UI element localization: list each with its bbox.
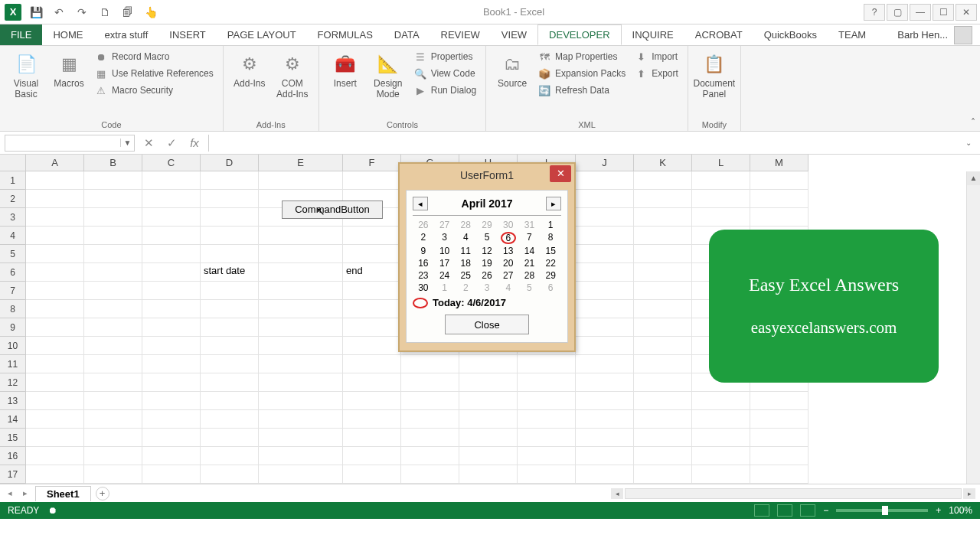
cancel-button[interactable]: ✕: [139, 135, 158, 152]
cell[interactable]: [634, 337, 692, 355]
import-button[interactable]: ⬇Import: [632, 49, 681, 64]
scroll-right-icon[interactable]: ▸: [963, 488, 975, 499]
cell[interactable]: [201, 300, 259, 318]
tab-developer[interactable]: DEVELOPER: [537, 24, 621, 45]
cell[interactable]: [26, 263, 84, 282]
calendar-day[interactable]: 19: [476, 257, 498, 269]
calendar-day[interactable]: 13: [498, 245, 519, 257]
cell[interactable]: [84, 429, 142, 447]
cell[interactable]: [692, 392, 750, 410]
document-panel-button[interactable]: 📋Document Panel: [694, 49, 734, 119]
cell[interactable]: [26, 227, 84, 245]
collapse-ribbon-icon[interactable]: ˄: [971, 117, 975, 128]
col-header[interactable]: B: [84, 155, 142, 171]
name-box[interactable]: ▼: [5, 135, 135, 152]
calendar-day[interactable]: 4: [498, 282, 519, 294]
source-button[interactable]: 🗂Source: [492, 49, 532, 119]
cell[interactable]: [201, 227, 259, 245]
cell[interactable]: [692, 171, 750, 190]
cell[interactable]: [26, 190, 84, 208]
macros-button[interactable]: ▦Macros: [49, 49, 89, 119]
cell[interactable]: [576, 171, 634, 190]
tab-page-layout[interactable]: PAGE LAYOUT: [217, 24, 307, 45]
cell[interactable]: [201, 429, 259, 447]
cell[interactable]: [634, 355, 692, 373]
calendar-day[interactable]: 11: [455, 245, 476, 257]
cell[interactable]: [26, 447, 84, 465]
cell[interactable]: [634, 318, 692, 337]
cell[interactable]: [84, 337, 142, 355]
cell[interactable]: [634, 208, 692, 227]
row-header[interactable]: 15: [0, 429, 26, 447]
macro-record-icon[interactable]: ⏺: [48, 505, 57, 516]
calendar-day[interactable]: 1: [434, 282, 456, 294]
cell[interactable]: [634, 190, 692, 208]
cell[interactable]: [459, 392, 518, 410]
col-header[interactable]: E: [259, 155, 343, 171]
col-header[interactable]: F: [343, 155, 401, 171]
calendar-day[interactable]: 17: [434, 257, 456, 269]
export-button[interactable]: ⬆Export: [632, 66, 681, 81]
cell[interactable]: [84, 447, 142, 465]
tab-data[interactable]: DATA: [384, 24, 430, 45]
cell[interactable]: [201, 392, 259, 410]
row-header[interactable]: 12: [0, 373, 26, 392]
cell[interactable]: [142, 465, 201, 484]
cell[interactable]: [692, 190, 750, 208]
cell[interactable]: [142, 373, 201, 392]
scroll-up-icon[interactable]: ▲: [967, 171, 980, 185]
cell[interactable]: [26, 318, 84, 337]
cell[interactable]: [142, 392, 201, 410]
calendar-day[interactable]: 30: [413, 282, 434, 294]
tab-home[interactable]: HOME: [42, 24, 93, 45]
cell[interactable]: [518, 447, 576, 465]
cell[interactable]: [518, 373, 576, 392]
cell[interactable]: [84, 392, 142, 410]
cell[interactable]: [142, 355, 201, 373]
cell[interactable]: [343, 300, 401, 318]
cell[interactable]: [750, 190, 808, 208]
cell[interactable]: [750, 447, 808, 465]
cell[interactable]: [576, 282, 634, 300]
cell[interactable]: [634, 263, 692, 282]
cell[interactable]: [692, 208, 750, 227]
cell[interactable]: [84, 263, 142, 282]
calendar-day[interactable]: 24: [434, 269, 456, 282]
row-header[interactable]: 2: [0, 190, 26, 208]
tab-formulas[interactable]: FORMULAS: [307, 24, 384, 45]
cell[interactable]: [84, 465, 142, 484]
calendar-day[interactable]: 16: [413, 257, 434, 269]
calendar-day[interactable]: 22: [540, 257, 561, 269]
cell[interactable]: [518, 465, 576, 484]
cell[interactable]: [576, 263, 634, 282]
cell[interactable]: [259, 392, 343, 410]
next-sheet-button[interactable]: ▸: [20, 488, 31, 498]
cell[interactable]: [401, 373, 459, 392]
cell[interactable]: [259, 300, 343, 318]
com-addins-button[interactable]: ⚙COM Add-Ins: [273, 49, 312, 119]
cell[interactable]: [459, 355, 518, 373]
save-icon[interactable]: 💾: [28, 4, 44, 21]
cell[interactable]: [259, 263, 343, 282]
row-header[interactable]: 14: [0, 410, 26, 429]
cell[interactable]: [142, 227, 201, 245]
calendar-day[interactable]: 5: [476, 231, 498, 245]
cell[interactable]: [84, 410, 142, 429]
cell[interactable]: [634, 429, 692, 447]
tab-extra-stuff[interactable]: extra stuff: [93, 24, 158, 45]
cell[interactable]: [750, 410, 808, 429]
calendar-day[interactable]: 9: [413, 245, 434, 257]
cell[interactable]: [459, 373, 518, 392]
calendar-day[interactable]: 29: [476, 219, 498, 231]
cell[interactable]: [576, 429, 634, 447]
col-header[interactable]: J: [576, 155, 634, 171]
calendar-day[interactable]: 7: [519, 231, 541, 245]
cell[interactable]: [259, 373, 343, 392]
cell[interactable]: [692, 429, 750, 447]
cell[interactable]: [576, 208, 634, 227]
normal-view-button[interactable]: [754, 504, 769, 517]
tab-file[interactable]: FILE: [0, 24, 42, 45]
cell[interactable]: [750, 392, 808, 410]
calendar-day[interactable]: 14: [519, 245, 541, 257]
prev-sheet-button[interactable]: ◂: [5, 488, 15, 498]
